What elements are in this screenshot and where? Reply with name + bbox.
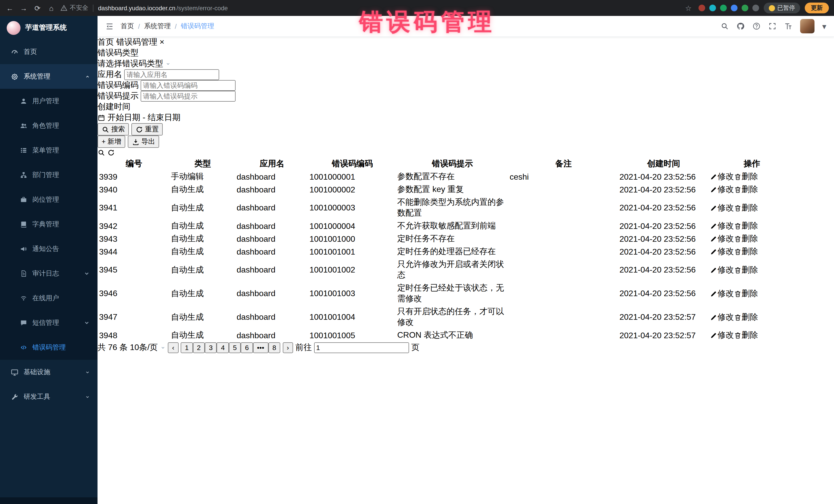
browser-home-icon[interactable]: ⌂ <box>47 4 56 12</box>
table-row[interactable]: 3948自动生成dashboard1001001005CRON 表达式不正确20… <box>98 329 794 341</box>
table-row[interactable]: 3942自动生成dashboard1001000004不允许获取敏感配置到前端2… <box>98 220 794 232</box>
page-button[interactable]: 1 <box>181 342 193 353</box>
delete-link[interactable]: 删除 <box>734 247 758 256</box>
browser-forward-icon[interactable]: → <box>19 4 28 12</box>
search-button[interactable]: 搜索 <box>97 123 129 135</box>
tab-home[interactable]: 首页 <box>97 38 116 46</box>
sidebar-item[interactable]: 错误码管理 <box>0 335 97 360</box>
search-icon[interactable] <box>721 22 729 30</box>
browser-extension-icon[interactable] <box>752 5 759 11</box>
table-row[interactable]: 3941自动生成dashboard1001000003不能删除类型为系统内置的参… <box>98 197 794 219</box>
delete-link[interactable]: 删除 <box>734 185 758 194</box>
github-icon[interactable] <box>737 22 745 30</box>
error-code-input[interactable] <box>141 80 236 91</box>
breadcrumb-item[interactable]: 首页 <box>120 22 134 31</box>
table-row[interactable]: 3945自动生成dashboard1001001002只允许修改为开启或者关闭状… <box>98 259 794 281</box>
edit-link[interactable]: 修改 <box>710 221 734 230</box>
delete-link[interactable]: 删除 <box>734 172 758 181</box>
delete-link[interactable]: 删除 <box>734 203 758 212</box>
edit-link[interactable]: 修改 <box>710 247 734 256</box>
sidebar-item[interactable]: 字典管理 <box>0 212 97 237</box>
address-bar[interactable]: dashboard.yudao.iocoder.cn /system/error… <box>98 4 681 12</box>
delete-link[interactable]: 删除 <box>734 330 758 339</box>
tab-error-code[interactable]: 错误码管理 × <box>116 38 164 46</box>
page-button[interactable]: 2 <box>193 342 205 353</box>
sidebar-item[interactable]: 系统管理 <box>0 64 97 89</box>
breadcrumb-item[interactable]: 系统管理 <box>144 22 171 31</box>
font-size-icon[interactable] <box>784 22 792 30</box>
edit-link[interactable]: 修改 <box>710 265 734 274</box>
page-button[interactable]: 6 <box>241 342 253 353</box>
delete-link[interactable]: 删除 <box>734 234 758 243</box>
sidebar-item[interactable]: 通知公告 <box>0 237 97 261</box>
collapse-sidebar-icon[interactable] <box>105 22 114 30</box>
goto-page-input[interactable] <box>314 342 409 353</box>
table-row[interactable]: 3944自动生成dashboard1001001001定时任务的处理器已经存在2… <box>98 246 794 258</box>
delete-link[interactable]: 删除 <box>734 221 758 230</box>
chevron-down-icon[interactable]: ▾ <box>822 21 826 31</box>
sidebar-item[interactable]: 首页 <box>0 40 97 64</box>
browser-reload-icon[interactable]: ⟳ <box>33 4 42 12</box>
error-type-select[interactable]: 请选择错误码类型 <box>97 59 834 69</box>
fullscreen-icon[interactable] <box>768 22 776 30</box>
edit-link[interactable]: 修改 <box>710 234 734 243</box>
export-button[interactable]: 导出 <box>128 135 159 148</box>
close-icon[interactable]: × <box>160 38 164 46</box>
edit-link[interactable]: 修改 <box>710 330 734 339</box>
sidebar-item[interactable]: 角色管理 <box>0 113 97 138</box>
sidebar-item[interactable]: 基础设施 <box>0 360 97 385</box>
date-range-picker[interactable]: 开始日期 - 结束日期 <box>97 112 834 123</box>
edit-link[interactable]: 修改 <box>710 312 734 321</box>
table-row[interactable]: 3940自动生成dashboard1001000002参数配置 key 重复20… <box>98 184 794 196</box>
security-indicator[interactable]: 不安全 <box>61 4 88 12</box>
browser-extension-icon[interactable] <box>741 5 748 11</box>
browser-extension-icon[interactable] <box>709 5 716 11</box>
browser-extension-icon[interactable] <box>720 5 726 11</box>
reset-button[interactable]: 重置 <box>131 123 163 135</box>
table-row[interactable]: 3939手动编辑dashboard1001000001参数配置不存在ceshi2… <box>98 171 794 183</box>
edit-link[interactable]: 修改 <box>710 203 734 212</box>
browser-extension-icon[interactable] <box>730 5 737 11</box>
app-name-input[interactable] <box>125 69 219 80</box>
browser-extension-icon[interactable] <box>698 5 705 11</box>
sidebar-collapse-bar[interactable] <box>0 497 97 504</box>
table-row[interactable]: 3943自动生成dashboard1001001000定时任务不存在2021-0… <box>98 233 794 245</box>
paused-badge[interactable]: 已暂停 <box>764 3 800 13</box>
sidebar-item[interactable]: 短信管理 <box>0 310 97 335</box>
sidebar-item[interactable]: 部门管理 <box>0 163 97 187</box>
page-button[interactable]: 5 <box>229 342 241 353</box>
delete-link[interactable]: 删除 <box>734 289 758 298</box>
sidebar-item[interactable]: 研发工具 <box>0 385 97 409</box>
prev-page-button[interactable]: ‹ <box>168 342 179 353</box>
edit-link[interactable]: 修改 <box>710 172 734 181</box>
page-size-select[interactable]: 10条/页 <box>130 343 168 352</box>
page-button[interactable]: 8 <box>268 342 280 353</box>
table-row[interactable]: 3946自动生成dashboard1001001003定时任务已经处于该状态，无… <box>98 282 794 305</box>
browser-update-button[interactable]: 更新 <box>805 3 829 13</box>
add-button[interactable]: + 新增 <box>97 135 125 148</box>
error-hint-input[interactable] <box>141 91 236 102</box>
page-button[interactable]: 4 <box>217 342 229 353</box>
sidebar-item[interactable]: 岗位管理 <box>0 187 97 212</box>
delete-link[interactable]: 删除 <box>734 312 758 321</box>
refresh-table-button[interactable] <box>108 148 115 156</box>
sidebar-item[interactable]: 用户管理 <box>0 89 97 113</box>
avatar[interactable] <box>800 19 814 34</box>
table-row[interactable]: 3947自动生成dashboard1001001004只有开启状态的任务，才可以… <box>98 306 794 328</box>
next-page-button[interactable]: › <box>283 342 293 353</box>
bookmark-star-icon[interactable]: ☆ <box>685 4 692 12</box>
sidebar-item[interactable]: 菜单管理 <box>0 138 97 163</box>
sidebar-logo[interactable]: 芋道管理系统 <box>0 16 97 40</box>
delete-link[interactable]: 删除 <box>734 265 758 274</box>
page-button[interactable]: ••• <box>253 342 268 353</box>
sidebar-item[interactable]: 审计日志 <box>0 261 97 286</box>
edit-link[interactable]: 修改 <box>710 185 734 194</box>
help-icon[interactable] <box>752 22 761 30</box>
page-button[interactable]: 3 <box>205 342 217 353</box>
sidebar-item[interactable]: 在线用户 <box>0 286 97 310</box>
browser-back-icon[interactable]: ← <box>5 4 14 12</box>
edit-link[interactable]: 修改 <box>710 289 734 298</box>
toggle-search-button[interactable] <box>97 148 108 156</box>
sidebar-item-label: 审计日志 <box>32 269 78 278</box>
plus-icon: + <box>102 137 106 145</box>
